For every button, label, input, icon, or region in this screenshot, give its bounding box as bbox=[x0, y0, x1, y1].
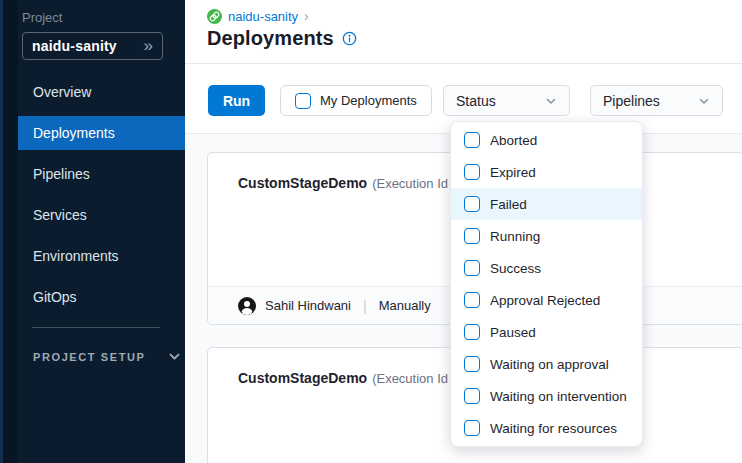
footer-separator: | bbox=[363, 298, 367, 314]
chevron-down-icon bbox=[698, 95, 710, 107]
status-filter-label: Status bbox=[456, 93, 496, 109]
pipelines-filter-label: Pipelines bbox=[603, 93, 660, 109]
status-option-waiting-on-intervention[interactable]: Waiting on intervention bbox=[451, 380, 642, 412]
deployment-title: CustomStageDemo(Execution Id bbox=[238, 174, 448, 192]
pipelines-filter-dropdown[interactable]: Pipelines bbox=[590, 85, 723, 116]
status-option-aborted[interactable]: Aborted bbox=[451, 124, 642, 156]
my-deployments-checkbox[interactable] bbox=[295, 93, 311, 109]
pipeline-name: CustomStageDemo bbox=[238, 175, 367, 191]
my-deployments-filter[interactable]: My Deployments bbox=[280, 85, 432, 116]
checkbox-icon[interactable] bbox=[464, 324, 480, 340]
app-window: Project naidu-sanity » Overview Deployme… bbox=[0, 0, 742, 463]
project-setup-toggle[interactable]: PROJECT SETUP bbox=[33, 350, 181, 363]
sidebar-item-environments[interactable]: Environments bbox=[18, 239, 185, 273]
sidebar-nav: Overview Deployments Pipelines Services … bbox=[0, 75, 185, 321]
status-option-success[interactable]: Success bbox=[451, 252, 642, 284]
checkbox-icon[interactable] bbox=[464, 132, 480, 148]
status-option-waiting-on-approval[interactable]: Waiting on approval bbox=[451, 348, 642, 380]
deployment-title: CustomStageDemo(Execution Id bbox=[238, 369, 448, 387]
page-title: Deployments bbox=[207, 27, 334, 50]
sidebar-item-services[interactable]: Services bbox=[18, 198, 185, 232]
sidebar-item-gitops[interactable]: GitOps bbox=[18, 280, 185, 314]
checkbox-icon[interactable] bbox=[464, 196, 480, 212]
checkbox-icon[interactable] bbox=[464, 228, 480, 244]
double-chevron-right-icon: » bbox=[144, 37, 153, 54]
sidebar-divider bbox=[32, 327, 160, 328]
status-option-waiting-for-resources[interactable]: Waiting for resources bbox=[451, 412, 642, 444]
sidebar-item-overview[interactable]: Overview bbox=[18, 75, 185, 109]
status-dropdown-menu: Aborted Expired Failed Running Success A… bbox=[450, 121, 643, 447]
execution-id-meta: (Execution Id bbox=[372, 176, 448, 191]
project-selector-value: naidu-sanity bbox=[32, 38, 117, 54]
user-avatar-icon bbox=[238, 297, 256, 315]
page-title-row: Deployments bbox=[207, 27, 357, 50]
execution-id-meta: (Execution Id bbox=[372, 371, 448, 386]
sidebar-item-deployments[interactable]: Deployments bbox=[18, 116, 185, 150]
chevron-down-icon bbox=[168, 350, 181, 363]
status-option-failed[interactable]: Failed bbox=[451, 188, 642, 220]
checkbox-icon[interactable] bbox=[464, 164, 480, 180]
checkbox-icon[interactable] bbox=[464, 388, 480, 404]
status-option-expired[interactable]: Expired bbox=[451, 156, 642, 188]
page-header: naidu-sanity › Deployments bbox=[185, 0, 742, 64]
my-deployments-label: My Deployments bbox=[320, 93, 417, 108]
status-option-running[interactable]: Running bbox=[451, 220, 642, 252]
pipeline-name: CustomStageDemo bbox=[238, 370, 367, 386]
checkbox-icon[interactable] bbox=[464, 260, 480, 276]
status-option-approval-rejected[interactable]: Approval Rejected bbox=[451, 284, 642, 316]
run-button[interactable]: Run bbox=[208, 85, 265, 116]
project-selector[interactable]: naidu-sanity » bbox=[22, 32, 163, 60]
project-module-icon bbox=[207, 9, 222, 24]
status-option-paused[interactable]: Paused bbox=[451, 316, 642, 348]
chevron-down-icon bbox=[545, 95, 557, 107]
info-icon[interactable] bbox=[342, 31, 357, 46]
project-label: Project bbox=[22, 10, 62, 25]
checkbox-icon[interactable] bbox=[464, 356, 480, 372]
status-filter-dropdown[interactable]: Status bbox=[443, 85, 570, 116]
sidebar: Project naidu-sanity » Overview Deployme… bbox=[0, 0, 185, 463]
triggered-by-user: Sahil Hindwani bbox=[265, 298, 351, 313]
checkbox-icon[interactable] bbox=[464, 292, 480, 308]
checkbox-icon[interactable] bbox=[464, 420, 480, 436]
chevron-right-icon: › bbox=[304, 8, 309, 24]
trigger-type: Manually bbox=[379, 298, 431, 313]
breadcrumb-project-link[interactable]: naidu-sanity bbox=[228, 9, 298, 24]
sidebar-item-pipelines[interactable]: Pipelines bbox=[18, 157, 185, 191]
breadcrumb: naidu-sanity › bbox=[207, 8, 309, 24]
